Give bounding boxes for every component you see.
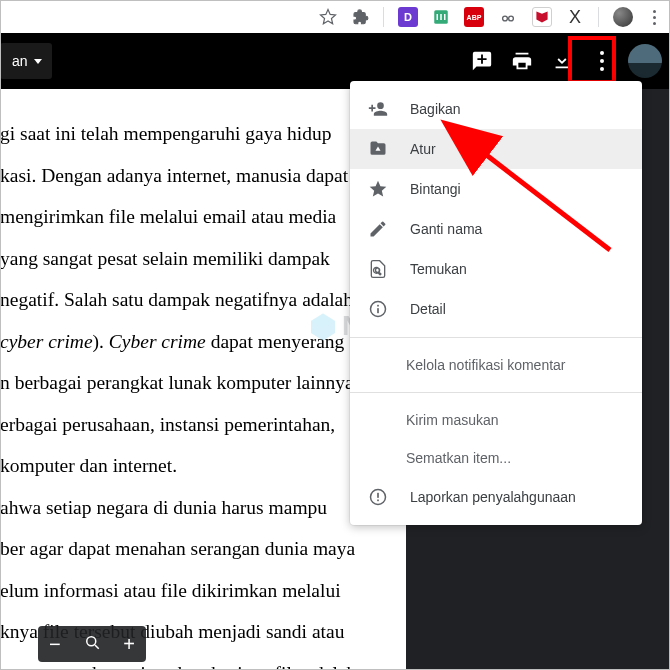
vertical-dots-icon	[600, 51, 604, 71]
menu-item-embed[interactable]: Sematkan item...	[350, 439, 642, 477]
menu-item-feedback[interactable]: Kirim masukan	[350, 401, 642, 439]
zoom-reset-button[interactable]	[83, 633, 101, 655]
print-button[interactable]	[502, 41, 542, 81]
account-avatar[interactable]	[628, 44, 662, 78]
svg-rect-7	[377, 308, 379, 313]
menu-item-star[interactable]: Bintangi	[350, 169, 642, 209]
menu-separator	[350, 337, 642, 338]
menu-item-share[interactable]: Bagikan	[350, 89, 642, 129]
zoom-control: − +	[38, 626, 146, 662]
menu-item-notifications[interactable]: Kelola notifikasi komentar	[350, 346, 642, 384]
add-comment-button[interactable]	[462, 41, 502, 81]
more-options-menu: Bagikan Atur Bintangi Ganti nama Temukan…	[350, 81, 642, 525]
document-paragraph: gi saat ini telah mempengaruhi gaya hidu…	[0, 113, 372, 670]
menu-item-details[interactable]: Detail	[350, 289, 642, 329]
pencil-icon	[368, 219, 388, 239]
star-icon	[368, 179, 388, 199]
menu-label: Temukan	[410, 261, 467, 277]
open-with-label: an	[12, 53, 28, 69]
extension-incognito-icon[interactable]	[498, 8, 518, 26]
extension-mcafee-icon[interactable]	[532, 7, 552, 27]
menu-label: Kirim masukan	[406, 412, 499, 428]
menu-label: Bintangi	[410, 181, 461, 197]
svg-rect-11	[377, 500, 379, 502]
svg-rect-10	[377, 493, 379, 498]
download-button[interactable]	[542, 41, 582, 81]
menu-label: Kelola notifikasi komentar	[406, 357, 566, 373]
svg-point-1	[503, 16, 508, 21]
menu-separator	[350, 392, 642, 393]
chrome-menu-icon[interactable]	[647, 10, 662, 25]
toolbar-divider	[383, 7, 384, 27]
menu-item-rename[interactable]: Ganti nama	[350, 209, 642, 249]
document-page: gi saat ini telah mempengaruhi gaya hidu…	[0, 89, 406, 670]
svg-line-13	[95, 645, 99, 649]
open-with-dropdown[interactable]: an	[0, 43, 52, 79]
menu-label: Laporkan penyalahgunaan	[410, 489, 576, 505]
menu-label: Bagikan	[410, 101, 461, 117]
svg-point-12	[87, 637, 96, 646]
browser-toolbar: D ABP X	[0, 0, 670, 33]
profile-avatar[interactable]	[613, 7, 633, 27]
menu-item-organize[interactable]: Atur	[350, 129, 642, 169]
zoom-out-button[interactable]: −	[49, 634, 61, 654]
svg-point-2	[509, 16, 514, 21]
menu-item-report[interactable]: Laporkan penyalahgunaan	[350, 477, 642, 517]
extension-abp-icon[interactable]: ABP	[464, 7, 484, 27]
menu-label: Ganti nama	[410, 221, 482, 237]
bookmark-star-icon[interactable]	[319, 8, 337, 26]
toolbar-divider	[598, 7, 599, 27]
drive-folder-icon	[368, 139, 388, 159]
extensions-puzzle-icon[interactable]	[351, 8, 369, 26]
person-add-icon	[368, 99, 388, 119]
extension-x-icon[interactable]: X	[566, 8, 584, 26]
svg-rect-8	[377, 305, 379, 307]
caret-down-icon	[34, 59, 42, 64]
menu-item-find[interactable]: Temukan	[350, 249, 642, 289]
menu-label: Detail	[410, 301, 446, 317]
extension-idm-icon[interactable]	[432, 8, 450, 26]
more-options-button[interactable]	[582, 41, 622, 81]
report-icon	[368, 487, 388, 507]
extension-d-icon[interactable]: D	[398, 7, 418, 27]
zoom-in-button[interactable]: +	[123, 634, 135, 654]
menu-label: Atur	[410, 141, 436, 157]
menu-label: Sematkan item...	[406, 450, 511, 466]
find-in-page-icon	[368, 259, 388, 279]
info-icon	[368, 299, 388, 319]
